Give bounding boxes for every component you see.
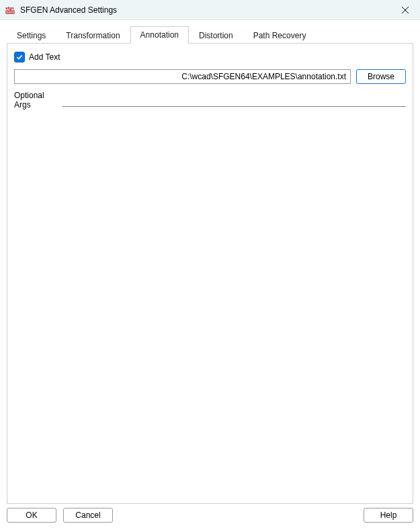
window-title: SFGEN Advanced Settings <box>20 5 390 15</box>
add-text-checkbox[interactable] <box>14 52 25 62</box>
tab-distortion[interactable]: Distortion <box>189 27 243 44</box>
cancel-button[interactable]: Cancel <box>63 508 113 523</box>
app-icon: sfgn <box>5 5 16 15</box>
close-icon <box>402 7 409 13</box>
path-row: Browse <box>14 69 406 84</box>
checkmark-icon <box>16 54 23 60</box>
annotation-panel: Add Text Browse Optional Args <box>7 43 413 504</box>
dialog-footer: OK Cancel Help <box>0 504 420 532</box>
close-button[interactable] <box>390 0 420 20</box>
titlebar: sfgn SFGEN Advanced Settings <box>0 0 420 20</box>
tab-settings[interactable]: Settings <box>7 27 56 44</box>
browse-button[interactable]: Browse <box>356 69 406 84</box>
annotation-path-input[interactable] <box>14 69 351 84</box>
add-text-label: Add Text <box>29 52 60 62</box>
svg-text:sfgn: sfgn <box>5 6 14 10</box>
optional-args-row: Optional Args <box>14 91 406 109</box>
tab-transformation[interactable]: Transformation <box>56 27 130 44</box>
ok-button[interactable]: OK <box>7 508 56 523</box>
dialog-body: Settings Transformation Annotation Disto… <box>0 20 420 504</box>
optional-args-input[interactable] <box>62 93 406 107</box>
add-text-row: Add Text <box>14 52 406 62</box>
optional-args-label: Optional Args <box>14 91 62 109</box>
dialog-window: sfgn SFGEN Advanced Settings Settings Tr… <box>0 0 420 532</box>
help-button[interactable]: Help <box>364 508 413 523</box>
tab-path-recovery[interactable]: Path Recovery <box>243 27 317 44</box>
tab-annotation[interactable]: Annotation <box>130 26 189 44</box>
tabbar: Settings Transformation Annotation Disto… <box>7 26 413 43</box>
